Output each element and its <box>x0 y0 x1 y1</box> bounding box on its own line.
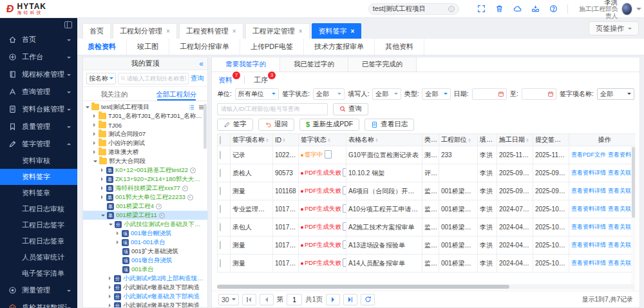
page-tab-资料签字[interactable]: 资料签字× <box>312 23 362 39</box>
caret-open-icon[interactable] <box>86 106 90 110</box>
refresh-button[interactable] <box>361 294 375 305</box>
column-header-ID[interactable]: ID <box>273 134 299 146</box>
list-view-icon[interactable] <box>188 104 195 111</box>
sidebar-item-工作台[interactable]: 工作台 <box>0 48 77 66</box>
status-filter-select[interactable]: 全部 <box>313 88 345 100</box>
search-type-select[interactable]: 按名称 <box>86 73 116 84</box>
tree-node[interactable]: 单ZK13+920~ZK14+180郭大大单位工程4... <box>83 175 207 184</box>
sidebar-item-首页[interactable]: 首页 <box>0 31 77 48</box>
caret-open-icon[interactable] <box>109 224 113 227</box>
type-filter-select[interactable]: 全部 <box>422 88 450 100</box>
sub-tab-质检资料[interactable]: 质检资料 <box>77 39 127 55</box>
first-page-button[interactable] <box>242 294 256 305</box>
tree-node[interactable]: 郭大大合同段 <box>83 157 207 166</box>
user-menu[interactable]: 李洪 施工|工程部负责人 <box>576 0 644 19</box>
sidebar-item-签字管理[interactable]: 签字管理 <box>0 135 77 153</box>
action-link-查看资料详情[interactable]: 查看资料详情 <box>571 169 606 177</box>
tree-node[interactable]: 港珠澳大桥 <box>83 148 207 157</box>
tree-scrollbar[interactable] <box>204 104 207 149</box>
date-from-input[interactable] <box>472 88 507 100</box>
tree-node[interactable]: 项001墩台帽浇筑 <box>83 229 207 238</box>
sidebar-subitem-电子签字清单[interactable]: 电子签字清单 <box>0 265 77 282</box>
caret-closed-icon[interactable] <box>101 177 105 181</box>
tree-node[interactable]: 分小武测试#墩基础及下部构造 <box>83 283 207 292</box>
sort-icon[interactable] <box>375 137 378 143</box>
avatar[interactable] <box>621 3 632 15</box>
locate-icon[interactable] <box>182 186 188 191</box>
page-tab-首页[interactable]: 首页 <box>82 23 111 39</box>
caret-closed-icon[interactable] <box>101 168 105 172</box>
caret-closed-icon[interactable] <box>93 132 97 136</box>
copy-icon[interactable] <box>344 224 346 231</box>
caret-closed-icon[interactable] <box>109 276 113 280</box>
column-header-工程部位[interactable]: 工程部位 <box>439 134 478 146</box>
tree-node[interactable]: TJ06 <box>83 120 207 130</box>
unit-filter-select[interactable]: 所有单位 <box>235 88 279 100</box>
tree-search-button[interactable]: 查询 <box>191 74 204 83</box>
row-checkbox[interactable] <box>220 169 221 177</box>
sort-icon[interactable] <box>283 137 285 143</box>
row-checkbox[interactable] <box>220 223 221 231</box>
签字-button[interactable]: 签字 <box>217 119 253 131</box>
sidebar-item-测量管理[interactable]: 测量管理 <box>0 282 77 299</box>
tree-node[interactable]: 分小武测试#墩基础及下部构造 <box>83 301 207 307</box>
fullscreen-icon[interactable] <box>477 5 486 14</box>
page-tab-工程资料管理[interactable]: 工程资料管理× <box>179 23 243 39</box>
sidebar-collapse-icon[interactable] <box>64 21 72 28</box>
counter-资料[interactable]: 资料7 <box>218 75 235 85</box>
signing-tab-我已签过字的[interactable]: 我已签过字的 <box>280 57 348 72</box>
caret-closed-icon[interactable] <box>109 285 113 289</box>
copy-icon[interactable] <box>344 206 346 213</box>
page-tab-工程评定管理[interactable]: 工程评定管理× <box>245 23 310 39</box>
caret-closed-icon[interactable] <box>109 294 113 298</box>
locate-icon[interactable] <box>159 213 165 218</box>
table-search-button[interactable]: 查询 <box>333 103 368 115</box>
action-link-查看资料详情[interactable]: 查看资料详情 <box>571 205 606 213</box>
sidebar-subitem-人员签审统计[interactable]: 人员签审统计 <box>0 249 77 265</box>
copy-icon[interactable] <box>344 188 346 195</box>
caret-closed-icon[interactable] <box>117 240 120 244</box>
action-link-查看资料详情[interactable]: 查看资料详情 <box>571 241 606 249</box>
tree-node[interactable]: 分小武测试#墩基础及下部构造 <box>83 292 207 301</box>
sidebar-item-质量管理[interactable]: 质量管理 <box>0 118 77 135</box>
sidebar-subitem-工程日志签章[interactable]: 工程日志签章 <box>0 233 77 249</box>
caret-closed-icon[interactable] <box>101 195 105 199</box>
prev-page-button[interactable] <box>260 294 274 305</box>
caret-closed-icon[interactable] <box>109 303 113 307</box>
caret-closed-icon[interactable] <box>93 114 97 118</box>
date-to-input[interactable] <box>522 88 556 100</box>
close-icon[interactable]: × <box>351 28 355 35</box>
tree-node[interactable]: 项001墩台身浇筑 <box>83 256 207 265</box>
caret-closed-icon[interactable] <box>101 186 105 190</box>
column-header-施工日期[interactable]: 施工日期 <box>497 134 533 146</box>
last-page-button[interactable] <box>343 294 357 305</box>
column-header-类型[interactable]: 类型 <box>422 134 439 146</box>
row-checkbox[interactable] <box>220 187 221 195</box>
table-vertical-scrollbar[interactable] <box>631 146 636 307</box>
sort-icon[interactable] <box>526 137 529 143</box>
row-checkbox[interactable] <box>220 259 221 267</box>
tree-node[interactable]: 测试合同段07 <box>83 130 207 139</box>
copy-icon[interactable] <box>344 242 346 249</box>
tree-tab-全部工程划分[interactable]: 全部工程划分 <box>146 87 208 101</box>
column-header-表格名称[interactable]: 表格名称 <box>346 134 422 146</box>
action-link-查看资料详情[interactable]: 查看资料详情 <box>571 187 606 195</box>
caret-open-icon[interactable] <box>101 215 105 218</box>
sidebar-subitem-工程日志签字[interactable]: 工程日志签字 <box>0 217 77 233</box>
tree-node[interactable]: 项001扩大基础浇筑 <box>83 247 207 256</box>
sort-icon[interactable] <box>266 137 269 143</box>
row-checkbox[interactable] <box>220 205 221 213</box>
sidebar-item-查询管理[interactable]: 查询管理 <box>0 83 77 101</box>
sidebar-subitem-资料签章[interactable]: 资料签章 <box>0 185 77 201</box>
查看日志-button[interactable]: 查看日志 <box>365 119 414 131</box>
column-header-签字状态[interactable]: 签字状态 <box>299 134 346 146</box>
caret-closed-icon[interactable] <box>93 141 97 145</box>
tree-node[interactable]: 小凶许的测试 <box>83 139 207 148</box>
action-link-查看PDF文件[interactable]: 查看PDF文件 <box>571 151 606 159</box>
row-checkbox[interactable] <box>220 241 221 249</box>
tree-node[interactable]: 单001桥梁工程4 <box>83 202 207 211</box>
panel-collapse-icon[interactable]: « <box>199 59 204 68</box>
help-icon[interactable] <box>549 5 558 14</box>
sidebar-item-规程标准管理[interactable]: 规程标准管理 <box>0 66 77 83</box>
tab-operations-button[interactable]: 页签操作 <box>589 21 639 35</box>
